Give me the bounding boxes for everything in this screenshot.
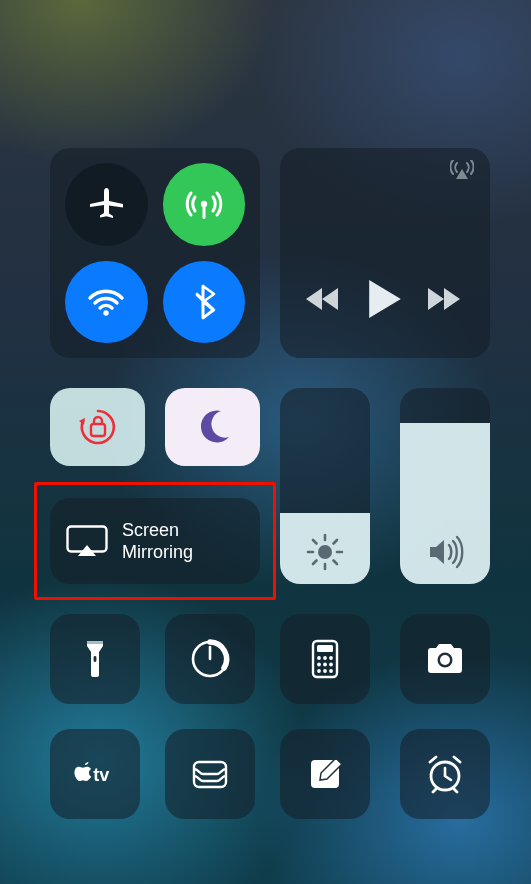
alarm-icon [422, 751, 468, 797]
svg-rect-10 [317, 645, 333, 652]
timer-button[interactable] [165, 614, 255, 704]
svg-point-2 [104, 310, 109, 315]
calculator-button[interactable] [280, 614, 370, 704]
svg-point-17 [317, 669, 321, 673]
screen-mirroring-button[interactable]: Screen Mirroring [50, 498, 260, 584]
svg-rect-7 [87, 641, 103, 644]
screen-mirroring-icon [66, 525, 108, 557]
previous-track-button[interactable] [306, 285, 342, 313]
svg-point-5 [318, 545, 332, 559]
brightness-slider[interactable] [280, 388, 370, 584]
svg-point-14 [317, 663, 321, 667]
airplay-audio-icon [450, 160, 474, 180]
svg-rect-1 [202, 206, 205, 219]
connectivity-group[interactable] [50, 148, 260, 358]
svg-point-13 [329, 656, 333, 660]
svg-point-15 [323, 663, 327, 667]
wifi-icon [86, 282, 126, 322]
volume-slider[interactable] [400, 388, 490, 584]
media-controls-group[interactable] [280, 148, 490, 358]
wallet-button[interactable] [165, 729, 255, 819]
orientation-lock-toggle[interactable] [50, 388, 145, 466]
next-track-button[interactable] [428, 285, 464, 313]
do-not-disturb-toggle[interactable] [165, 388, 260, 466]
svg-point-21 [440, 655, 450, 665]
svg-point-12 [323, 656, 327, 660]
flashlight-icon [72, 636, 118, 682]
apple-tv-icon: tv [72, 751, 118, 797]
notes-button[interactable] [280, 729, 370, 819]
svg-point-18 [323, 669, 327, 673]
svg-rect-3 [91, 424, 105, 436]
camera-button[interactable] [400, 614, 490, 704]
play-button[interactable] [368, 280, 402, 318]
svg-rect-6 [94, 656, 97, 662]
svg-point-16 [329, 663, 333, 667]
timer-icon [187, 636, 233, 682]
notes-icon [302, 751, 348, 797]
wifi-toggle[interactable] [65, 261, 148, 344]
bluetooth-icon [184, 282, 224, 322]
airplane-icon [86, 184, 126, 224]
orientation-lock-icon [76, 405, 120, 449]
alarm-button[interactable] [400, 729, 490, 819]
apple-tv-button[interactable]: tv [50, 729, 140, 819]
calculator-icon [302, 636, 348, 682]
camera-icon [422, 636, 468, 682]
svg-point-11 [317, 656, 321, 660]
svg-point-19 [329, 669, 333, 673]
flashlight-button[interactable] [50, 614, 140, 704]
brightness-icon [305, 532, 345, 572]
wallet-icon [187, 751, 233, 797]
cellular-icon [184, 184, 224, 224]
cellular-data-toggle[interactable] [163, 163, 246, 246]
svg-text:tv: tv [93, 765, 109, 785]
bluetooth-toggle[interactable] [163, 261, 246, 344]
airplane-mode-toggle[interactable] [65, 163, 148, 246]
screen-mirroring-label: Screen Mirroring [122, 519, 193, 563]
moon-icon [191, 405, 235, 449]
volume-icon [425, 532, 465, 572]
